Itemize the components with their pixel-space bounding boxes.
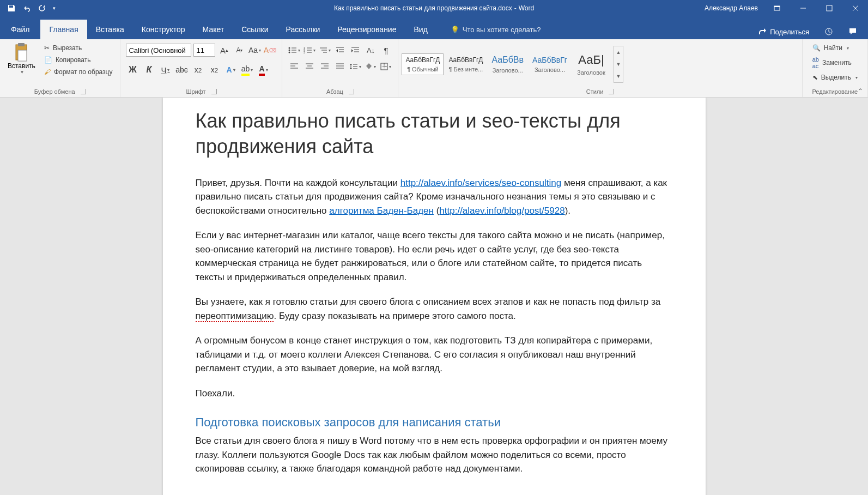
doc-paragraph[interactable]: А огромным бонусом в конце станет инстру…: [196, 334, 673, 376]
doc-link[interactable]: алгоритма Баден-Баден: [329, 206, 434, 216]
tab-review[interactable]: Рецензирование: [329, 20, 405, 39]
user-name[interactable]: Александр Алаев: [699, 4, 763, 12]
group-paragraph: ▾ 123▾ ▾ A↓ ¶ ▾ ▾ ▾ Абзац: [282, 39, 398, 97]
styles-expand-icon[interactable]: ▼: [614, 70, 623, 82]
group-font: A▴ A▾ Aa▾ A⌫ Ж К Ч▾ abc x2 x2 A▾ ab▾ A▾ …: [120, 39, 282, 97]
maximize-icon[interactable]: [817, 0, 842, 16]
font-color-icon[interactable]: A▾: [257, 63, 270, 76]
style-normal[interactable]: АаБбВвГгД¶ Обычный: [402, 53, 444, 75]
numbering-icon[interactable]: 123▾: [303, 44, 316, 57]
align-center-icon[interactable]: [303, 60, 316, 73]
select-button[interactable]: ⬉Выделить▾: [810, 72, 860, 83]
collapse-ribbon-icon[interactable]: ⌃: [858, 87, 863, 95]
font-size-combo[interactable]: [193, 44, 215, 57]
italic-button[interactable]: К: [142, 63, 155, 76]
change-case-icon[interactable]: Aa▾: [248, 44, 261, 57]
tab-mailings[interactable]: Рассылки: [277, 20, 329, 39]
bold-button[interactable]: Ж: [126, 63, 139, 76]
style-no-spacing[interactable]: АаБбВвГгД¶ Без инте...: [445, 53, 487, 75]
tab-view[interactable]: Вид: [405, 20, 436, 39]
paste-button[interactable]: Вставить ▼: [3, 41, 40, 87]
minimize-icon[interactable]: [791, 0, 816, 16]
align-left-icon[interactable]: [288, 60, 301, 73]
superscript-button[interactable]: x2: [208, 63, 221, 76]
doc-paragraph[interactable]: Все статьи для своего блога я пишу в Wor…: [196, 434, 673, 476]
clipboard-dialog-launcher[interactable]: [81, 89, 86, 94]
align-right-icon[interactable]: [318, 60, 331, 73]
strikethrough-button[interactable]: abc: [175, 63, 188, 76]
doc-heading-2[interactable]: Подготовка поисковых запросов для написа…: [196, 415, 673, 430]
replace-button[interactable]: abacЗаменить: [810, 55, 860, 71]
copy-button[interactable]: 📄Копировать: [42, 55, 115, 65]
shading-icon[interactable]: ▾: [364, 60, 377, 73]
doc-link[interactable]: http://alaev.info/blog/post/5928: [439, 206, 564, 216]
multilevel-list-icon[interactable]: ▾: [318, 44, 331, 57]
svg-point-10: [289, 47, 290, 49]
doc-heading-1[interactable]: Как правильно писать статьи и seo-тексты…: [196, 108, 673, 160]
find-button[interactable]: 🔍Найти▾: [810, 43, 860, 53]
document-area[interactable]: Как правильно писать статьи и seo-тексты…: [0, 98, 868, 495]
borders-icon[interactable]: ▾: [379, 60, 392, 73]
history-icon[interactable]: [819, 24, 839, 39]
spelling-error[interactable]: переоптимизацию: [196, 311, 274, 322]
format-painter-button[interactable]: 🖌Формат по образцу: [42, 67, 115, 77]
app-name: Word: [519, 4, 534, 12]
search-icon: 🔍: [812, 44, 821, 52]
bullets-icon[interactable]: ▾: [288, 44, 301, 57]
sort-icon[interactable]: A↓: [364, 44, 377, 57]
underline-button[interactable]: Ч▾: [159, 63, 172, 76]
qat-customize-icon[interactable]: ▾: [50, 1, 58, 15]
tab-home[interactable]: Главная: [40, 20, 87, 39]
page[interactable]: Как правильно писать статьи и seo-тексты…: [163, 98, 706, 495]
styles-dialog-launcher[interactable]: [609, 89, 614, 94]
window-title: Как правильно писать статьи для продвиже…: [334, 4, 534, 12]
show-marks-icon[interactable]: ¶: [379, 44, 392, 57]
svg-point-12: [289, 50, 290, 51]
tab-design[interactable]: Конструктор: [133, 20, 194, 39]
style-heading2[interactable]: АаБбВвГгЗаголово...: [529, 53, 571, 76]
tab-file[interactable]: Файл: [0, 20, 40, 39]
ribbon-display-icon[interactable]: [764, 0, 790, 16]
text-effects-icon[interactable]: A▾: [224, 63, 237, 76]
doc-paragraph[interactable]: Поехали.: [196, 387, 673, 401]
group-editing: 🔍Найти▾ abacЗаменить ⬉Выделить▾ Редактир…: [803, 39, 868, 97]
line-spacing-icon[interactable]: ▾: [349, 60, 362, 73]
clipboard-icon: [13, 43, 30, 62]
increase-indent-icon[interactable]: [349, 44, 362, 57]
tab-layout[interactable]: Макет: [194, 20, 233, 39]
cut-button[interactable]: ✂Вырезать: [42, 43, 115, 53]
group-clipboard: Вставить ▼ ✂Вырезать 📄Копировать 🖌Формат…: [0, 39, 120, 97]
tell-me-search[interactable]: 💡 Что вы хотите сделать?: [442, 20, 550, 39]
doc-link[interactable]: http://alaev.info/services/seo-consultin…: [400, 178, 561, 188]
save-icon[interactable]: [4, 1, 19, 15]
font-name-combo[interactable]: [126, 44, 191, 57]
doc-paragraph[interactable]: Вы узнаете, как я готовлю статьи для сво…: [196, 295, 673, 323]
tab-references[interactable]: Ссылки: [233, 20, 277, 39]
comments-icon[interactable]: [843, 24, 863, 39]
close-icon[interactable]: [843, 0, 868, 16]
svg-rect-3: [827, 5, 832, 11]
tab-insert[interactable]: Вставка: [87, 20, 133, 39]
style-title[interactable]: АаБ|Заголовок: [572, 50, 610, 79]
highlight-icon[interactable]: ab▾: [240, 63, 253, 76]
shrink-font-icon[interactable]: A▾: [233, 44, 246, 57]
clear-formatting-icon[interactable]: A⌫: [263, 44, 276, 57]
doc-paragraph[interactable]: Если у вас интернет-магазин или каталог,…: [196, 228, 673, 284]
styles-scroll-down-icon[interactable]: ▼: [614, 58, 623, 70]
style-heading1[interactable]: АаБбВвЗаголово...: [488, 52, 527, 76]
share-button[interactable]: Поделиться: [752, 24, 815, 39]
ribbon-tabs: Файл Главная Вставка Конструктор Макет С…: [0, 16, 868, 39]
font-dialog-launcher[interactable]: [211, 89, 217, 94]
ribbon: Вставить ▼ ✂Вырезать 📄Копировать 🖌Формат…: [0, 39, 868, 98]
grow-font-icon[interactable]: A▴: [217, 44, 230, 57]
cursor-icon: ⬉: [812, 74, 818, 81]
justify-icon[interactable]: [333, 60, 347, 73]
decrease-indent-icon[interactable]: [333, 44, 347, 57]
styles-scroll-up-icon[interactable]: ▲: [614, 46, 623, 58]
quick-access-toolbar: ▾: [0, 1, 58, 15]
doc-paragraph[interactable]: Привет, друзья. Почти на каждой консульт…: [196, 176, 673, 218]
undo-icon[interactable]: [20, 1, 34, 15]
redo-icon[interactable]: [35, 1, 49, 15]
subscript-button[interactable]: x2: [191, 63, 204, 76]
paragraph-dialog-launcher[interactable]: [349, 89, 354, 94]
